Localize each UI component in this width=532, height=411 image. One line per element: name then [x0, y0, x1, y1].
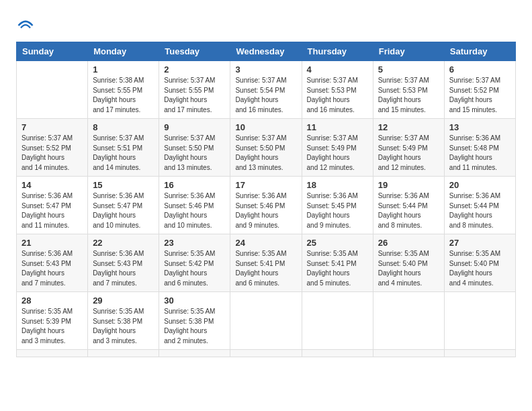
- day-info: Sunrise: 5:37 AM Sunset: 5:52 PM Dayligh…: [21, 134, 83, 173]
- day-info: Sunrise: 5:35 AM Sunset: 5:41 PM Dayligh…: [235, 249, 296, 288]
- day-info: Sunrise: 5:37 AM Sunset: 5:50 PM Dayligh…: [164, 134, 225, 173]
- table-row: [230, 292, 302, 350]
- header: [16, 13, 516, 35]
- day-number: 20: [449, 180, 511, 190]
- table-row: 15 Sunrise: 5:36 AM Sunset: 5:47 PM Dayl…: [88, 177, 159, 234]
- day-info: Sunrise: 5:37 AM Sunset: 5:49 PM Dayligh…: [307, 134, 368, 173]
- day-number: 9: [164, 122, 225, 132]
- day-info: Sunrise: 5:36 AM Sunset: 5:46 PM Dayligh…: [164, 191, 225, 230]
- table-row: 1 Sunrise: 5:38 AM Sunset: 5:55 PM Dayli…: [88, 61, 159, 119]
- calendar-row: 28 Sunrise: 5:35 AM Sunset: 5:39 PM Dayl…: [17, 292, 516, 350]
- day-info: Sunrise: 5:37 AM Sunset: 5:55 PM Dayligh…: [164, 76, 225, 115]
- day-number: 10: [235, 122, 296, 132]
- calendar-row: 1 Sunrise: 5:38 AM Sunset: 5:55 PM Dayli…: [17, 61, 516, 119]
- table-row: 14 Sunrise: 5:36 AM Sunset: 5:47 PM Dayl…: [17, 177, 88, 234]
- day-info: Sunrise: 5:37 AM Sunset: 5:53 PM Dayligh…: [307, 76, 368, 115]
- table-row: 4 Sunrise: 5:37 AM Sunset: 5:53 PM Dayli…: [302, 61, 373, 119]
- day-number: 21: [21, 238, 83, 248]
- table-row: [444, 292, 515, 350]
- table-row: 25 Sunrise: 5:35 AM Sunset: 5:41 PM Dayl…: [302, 234, 373, 292]
- day-number: 24: [235, 238, 296, 248]
- table-row: 13 Sunrise: 5:36 AM Sunset: 5:48 PM Dayl…: [444, 119, 515, 177]
- day-number: 6: [449, 64, 511, 75]
- day-info: Sunrise: 5:36 AM Sunset: 5:47 PM Dayligh…: [93, 191, 154, 230]
- day-number: 27: [449, 238, 511, 248]
- day-number: 16: [164, 180, 225, 190]
- day-number: 7: [21, 122, 83, 132]
- table-row: 24 Sunrise: 5:35 AM Sunset: 5:41 PM Dayl…: [230, 234, 302, 292]
- day-info: Sunrise: 5:36 AM Sunset: 5:47 PM Dayligh…: [21, 191, 83, 230]
- day-number: 30: [164, 295, 225, 306]
- day-number: 8: [93, 122, 154, 132]
- day-number: 2: [164, 64, 225, 75]
- table-row: [230, 350, 302, 357]
- day-info: Sunrise: 5:37 AM Sunset: 5:52 PM Dayligh…: [449, 76, 511, 115]
- table-row: 27 Sunrise: 5:35 AM Sunset: 5:40 PM Dayl…: [444, 234, 515, 292]
- table-row: 11 Sunrise: 5:37 AM Sunset: 5:49 PM Dayl…: [302, 119, 373, 177]
- day-info: Sunrise: 5:36 AM Sunset: 5:48 PM Dayligh…: [449, 134, 511, 173]
- table-row: 5 Sunrise: 5:37 AM Sunset: 5:53 PM Dayli…: [373, 61, 444, 119]
- calendar-table: Sunday Monday Tuesday Wednesday Thursday…: [16, 42, 516, 357]
- day-info: Sunrise: 5:36 AM Sunset: 5:43 PM Dayligh…: [93, 249, 154, 288]
- day-info: Sunrise: 5:35 AM Sunset: 5:38 PM Dayligh…: [164, 307, 225, 346]
- table-row: [302, 292, 373, 350]
- day-number: 11: [307, 122, 368, 132]
- table-row: 28 Sunrise: 5:35 AM Sunset: 5:39 PM Dayl…: [17, 292, 88, 350]
- table-row: 8 Sunrise: 5:37 AM Sunset: 5:51 PM Dayli…: [88, 119, 159, 177]
- table-row: [88, 350, 159, 357]
- table-row: 16 Sunrise: 5:36 AM Sunset: 5:46 PM Dayl…: [159, 177, 230, 234]
- table-row: 29 Sunrise: 5:35 AM Sunset: 5:38 PM Dayl…: [88, 292, 159, 350]
- day-info: Sunrise: 5:35 AM Sunset: 5:38 PM Dayligh…: [93, 307, 154, 346]
- table-row: [17, 350, 88, 357]
- day-number: 14: [21, 180, 83, 190]
- day-info: Sunrise: 5:36 AM Sunset: 5:46 PM Dayligh…: [235, 191, 296, 230]
- day-info: Sunrise: 5:35 AM Sunset: 5:40 PM Dayligh…: [449, 249, 511, 288]
- header-monday: Monday: [88, 42, 159, 61]
- day-number: 5: [378, 64, 439, 75]
- table-row: 3 Sunrise: 5:37 AM Sunset: 5:54 PM Dayli…: [230, 61, 302, 119]
- day-number: 19: [378, 180, 439, 190]
- header-wednesday: Wednesday: [230, 42, 302, 61]
- day-number: 4: [307, 64, 368, 75]
- table-row: [17, 61, 88, 119]
- table-row: 30 Sunrise: 5:35 AM Sunset: 5:38 PM Dayl…: [159, 292, 230, 350]
- day-info: Sunrise: 5:37 AM Sunset: 5:51 PM Dayligh…: [93, 134, 154, 173]
- day-number: 18: [307, 180, 368, 190]
- header-thursday: Thursday: [302, 42, 373, 61]
- day-info: Sunrise: 5:35 AM Sunset: 5:39 PM Dayligh…: [21, 307, 83, 346]
- day-info: Sunrise: 5:35 AM Sunset: 5:40 PM Dayligh…: [378, 249, 439, 288]
- table-row: [444, 350, 515, 357]
- calendar-row: [17, 350, 516, 357]
- table-row: 20 Sunrise: 5:36 AM Sunset: 5:44 PM Dayl…: [444, 177, 515, 234]
- table-row: 26 Sunrise: 5:35 AM Sunset: 5:40 PM Dayl…: [373, 234, 444, 292]
- day-number: 17: [235, 180, 296, 190]
- day-info: Sunrise: 5:36 AM Sunset: 5:43 PM Dayligh…: [21, 249, 83, 288]
- day-number: 12: [378, 122, 439, 132]
- day-info: Sunrise: 5:36 AM Sunset: 5:45 PM Dayligh…: [307, 191, 368, 230]
- day-number: 22: [93, 238, 154, 248]
- day-number: 26: [378, 238, 439, 248]
- table-row: [373, 292, 444, 350]
- day-number: 25: [307, 238, 368, 248]
- table-row: 12 Sunrise: 5:37 AM Sunset: 5:49 PM Dayl…: [373, 119, 444, 177]
- calendar-row: 21 Sunrise: 5:36 AM Sunset: 5:43 PM Dayl…: [17, 234, 516, 292]
- day-number: 1: [93, 64, 154, 75]
- weekday-header-row: Sunday Monday Tuesday Wednesday Thursday…: [17, 42, 516, 61]
- day-number: 13: [449, 122, 511, 132]
- table-row: 10 Sunrise: 5:37 AM Sunset: 5:50 PM Dayl…: [230, 119, 302, 177]
- day-number: 29: [93, 295, 154, 306]
- table-row: [373, 350, 444, 357]
- day-info: Sunrise: 5:37 AM Sunset: 5:49 PM Dayligh…: [378, 134, 439, 173]
- day-info: Sunrise: 5:37 AM Sunset: 5:53 PM Dayligh…: [378, 76, 439, 115]
- day-number: 3: [235, 64, 296, 75]
- day-info: Sunrise: 5:37 AM Sunset: 5:50 PM Dayligh…: [235, 134, 296, 173]
- table-row: 17 Sunrise: 5:36 AM Sunset: 5:46 PM Dayl…: [230, 177, 302, 234]
- day-info: Sunrise: 5:36 AM Sunset: 5:44 PM Dayligh…: [449, 191, 511, 230]
- day-info: Sunrise: 5:37 AM Sunset: 5:54 PM Dayligh…: [235, 76, 296, 115]
- day-info: Sunrise: 5:35 AM Sunset: 5:42 PM Dayligh…: [164, 249, 225, 288]
- calendar-row: 14 Sunrise: 5:36 AM Sunset: 5:47 PM Dayl…: [17, 177, 516, 234]
- day-number: 23: [164, 238, 225, 248]
- table-row: 7 Sunrise: 5:37 AM Sunset: 5:52 PM Dayli…: [17, 119, 88, 177]
- day-number: 15: [93, 180, 154, 190]
- header-saturday: Saturday: [444, 42, 515, 61]
